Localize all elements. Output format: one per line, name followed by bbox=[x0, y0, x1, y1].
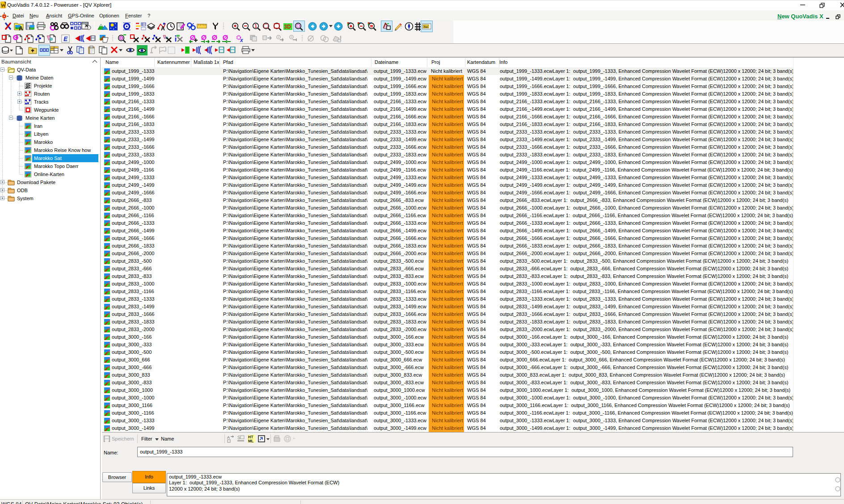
svg-text:S: S bbox=[237, 435, 241, 440]
svg-text:E: E bbox=[63, 35, 68, 42]
svg-text:3D: 3D bbox=[284, 24, 291, 30]
svg-text:A: A bbox=[161, 25, 165, 31]
svg-text:A: A bbox=[227, 435, 230, 440]
svg-text:Tol: Tol bbox=[424, 25, 428, 28]
svg-text:A: A bbox=[19, 25, 23, 31]
svg-text:x: x bbox=[240, 37, 244, 43]
svg-text:ML: ML bbox=[248, 439, 253, 443]
svg-text:1: 1 bbox=[255, 24, 257, 29]
